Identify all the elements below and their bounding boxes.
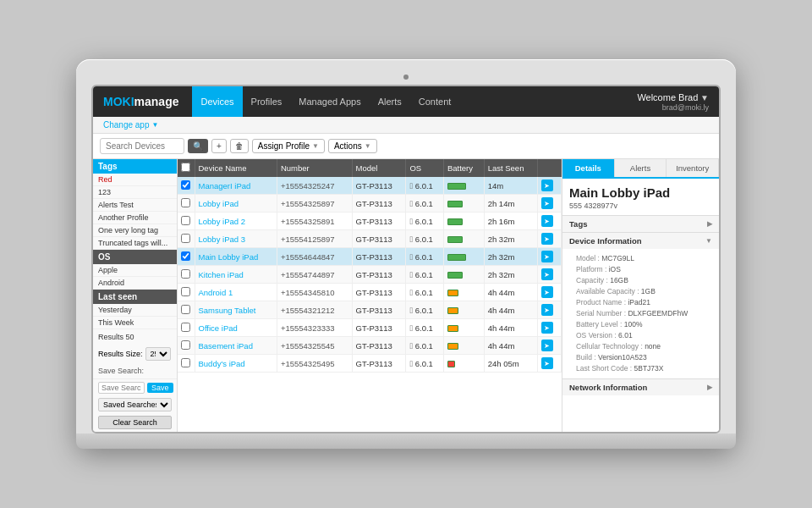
tag-alerts-test[interactable]: Alerts Test [93, 199, 177, 212]
tag-another-profile[interactable]: Another Profile [93, 212, 177, 224]
row-action-button[interactable]: ➤ [541, 340, 553, 351]
device-battery-cell [443, 355, 484, 373]
row-checkbox[interactable] [181, 340, 190, 350]
save-search-input[interactable] [98, 382, 145, 394]
network-info-header[interactable]: Network Information ▶ [562, 379, 719, 395]
col-last-seen[interactable]: Last Seen [484, 159, 537, 177]
nav-devices[interactable]: Devices [192, 86, 242, 117]
row-action-button[interactable]: ➤ [541, 197, 553, 209]
device-number-cell: +15554125897 [277, 230, 352, 248]
add-button[interactable]: + [211, 139, 227, 153]
table-row[interactable]: Office iPad +15554323333 GT-P3113  6.0.… [178, 319, 562, 337]
device-name-cell: Lobby iPad 3 [195, 230, 277, 248]
row-action-button[interactable]: ➤ [541, 215, 553, 227]
tag-123[interactable]: 123 [93, 186, 177, 199]
row-action-button[interactable]: ➤ [541, 322, 553, 334]
device-name-cell: Samsung Tablet [195, 301, 277, 319]
col-checkbox [178, 159, 195, 177]
nav-user[interactable]: Welcome Brad ▼ brad@moki.ly [637, 92, 709, 112]
row-action-button[interactable]: ➤ [541, 233, 553, 245]
col-number[interactable]: Number [277, 159, 352, 177]
row-action-button[interactable]: ➤ [541, 357, 553, 369]
tab-inventory[interactable]: Inventory [667, 159, 719, 177]
clear-search-button[interactable]: Clear Search [98, 416, 172, 429]
device-battery-cell [443, 337, 484, 355]
device-battery-cell [443, 213, 484, 230]
os-header: OS [93, 250, 177, 264]
device-model-cell: GT-P3113 [352, 195, 406, 213]
assign-profile-button[interactable]: Assign Profile [252, 139, 325, 153]
nav-content[interactable]: Content [410, 86, 460, 117]
device-number-cell: +15554325891 [277, 213, 352, 230]
row-action-button[interactable]: ➤ [541, 286, 553, 298]
last-seen-this-week[interactable]: This Week [93, 317, 177, 329]
actions-button[interactable]: Actions [328, 139, 377, 153]
table-row[interactable]: Samsung Tablet +15554321212 GT-P3113  6… [178, 301, 562, 319]
table-row[interactable]: Lobby iPad +15554325897 GT-P3113  6.0.1… [178, 195, 562, 213]
tab-details[interactable]: Details [562, 159, 615, 177]
table-row[interactable]: Buddy's iPad +15554325495 GT-P3113  6.0… [178, 355, 562, 373]
row-checkbox[interactable] [181, 251, 190, 261]
device-battery-cell [443, 248, 484, 266]
row-action-button[interactable]: ➤ [541, 179, 553, 191]
col-battery[interactable]: Battery [443, 159, 484, 177]
row-action-button[interactable]: ➤ [541, 304, 553, 316]
saved-searches-select[interactable]: Saved Searches [98, 398, 172, 411]
content-area: Tags Red 123 Alerts Test Another Profile… [93, 159, 719, 432]
nav-profiles[interactable]: Profiles [243, 86, 291, 117]
table-row[interactable]: ManagerI iPad +15554325247 GT-P3113  6.… [178, 177, 562, 195]
table-row[interactable]: Main Lobby iPad +15554644847 GT-P3113  … [178, 248, 562, 266]
os-android[interactable]: Android [93, 277, 177, 290]
tag-truncated[interactable]: Truncated tags will... [93, 237, 177, 250]
device-number-cell: +15554321212 [277, 301, 352, 319]
logo: MOKImanage [103, 95, 178, 108]
table-row[interactable]: Lobby iPad 2 +15554325891 GT-P3113  6.0… [178, 213, 562, 230]
row-action-button[interactable]: ➤ [541, 268, 553, 280]
available-capacity-value: 1GB [641, 287, 656, 295]
select-all-checkbox[interactable] [181, 163, 190, 172]
detail-panel: Details Alerts Inventory Main Lobby iPad… [562, 159, 719, 432]
nav-alerts[interactable]: Alerts [370, 86, 410, 117]
col-device-name[interactable]: Device Name [195, 159, 277, 177]
search-button[interactable]: 🔍 [188, 139, 208, 153]
col-os[interactable]: OS [406, 159, 443, 177]
row-checkbox[interactable] [181, 234, 190, 243]
serial-number-row: Serial Number : DLXFGEEMDFhW [569, 307, 712, 318]
row-checkbox-cell [178, 213, 195, 230]
tab-alerts[interactable]: Alerts [615, 159, 667, 177]
device-last-seen-cell: 4h 44m [484, 337, 537, 355]
row-checkbox[interactable] [181, 269, 190, 279]
device-name-cell: Kitchen iPad [195, 266, 277, 284]
table-row[interactable]: Android 1 +15554345810 GT-P3113  6.0.1 … [178, 284, 562, 301]
row-checkbox[interactable] [181, 198, 190, 207]
device-last-seen-cell: 2h 32m [484, 230, 537, 248]
row-checkbox[interactable] [181, 323, 190, 332]
last-seen-yesterday[interactable]: Yesterday [93, 304, 177, 317]
search-input[interactable] [100, 138, 184, 154]
change-app[interactable]: Change app [103, 120, 158, 130]
table-row[interactable]: Kitchen iPad +15554744897 GT-P3113  6.0… [178, 266, 562, 284]
os-apple[interactable]: Apple [93, 264, 177, 277]
device-info-header[interactable]: Device Information ▼ [562, 233, 719, 249]
row-checkbox[interactable] [181, 358, 190, 367]
tag-long[interactable]: One very long tag [93, 224, 177, 237]
table-row[interactable]: Basement iPad +15554325545 GT-P3113  6.… [178, 337, 562, 355]
table-row[interactable]: Lobby iPad 3 +15554125897 GT-P3113  6.0… [178, 230, 562, 248]
col-model[interactable]: Model [352, 159, 406, 177]
row-checkbox[interactable] [181, 287, 190, 296]
device-os-cell:  6.0.1 [406, 337, 443, 355]
device-info-label: Device Information [569, 236, 642, 246]
delete-button[interactable]: 🗑 [230, 139, 249, 153]
row-checkbox[interactable] [181, 305, 190, 314]
user-email: brad@moki.ly [662, 103, 709, 112]
device-model-cell: GT-P3113 [352, 301, 406, 319]
row-checkbox[interactable] [181, 216, 190, 225]
results-size-select[interactable]: 25 50 [145, 347, 171, 361]
nav-managed-apps[interactable]: Managed Apps [290, 86, 369, 117]
row-checkbox[interactable] [181, 180, 190, 190]
device-os-cell:  6.0.1 [406, 355, 443, 373]
row-action-button[interactable]: ➤ [541, 251, 553, 262]
tags-section-header[interactable]: Tags ▶ [562, 216, 719, 232]
tag-red[interactable]: Red [93, 174, 177, 186]
save-search-button[interactable]: Save [147, 383, 173, 393]
